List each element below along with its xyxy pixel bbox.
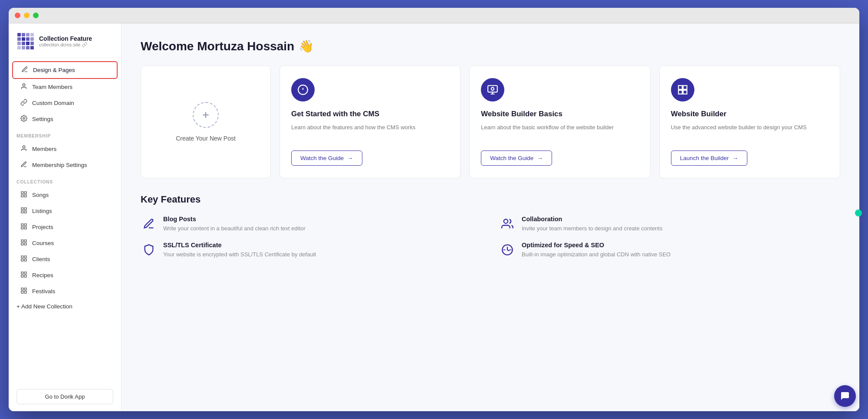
feature-blog-posts: Blog Posts Write your content in a beaut… bbox=[141, 216, 482, 233]
sidebar: Collection Feature collection.dcms.site … bbox=[9, 23, 122, 411]
arrow-icon: → bbox=[347, 155, 353, 161]
sidebar-item-festivals[interactable]: Festivals bbox=[12, 283, 118, 299]
svg-rect-3 bbox=[30, 33, 34, 36]
svg-rect-0 bbox=[17, 33, 21, 36]
link-icon bbox=[82, 42, 87, 47]
wave-emoji: 👋 bbox=[299, 39, 314, 53]
features-grid: Blog Posts Write your content in a beaut… bbox=[141, 216, 840, 259]
svg-rect-15 bbox=[30, 46, 34, 49]
sidebar-item-design-pages[interactable]: Design & Pages bbox=[12, 61, 118, 79]
builder-basics-title: Website Builder Basics bbox=[481, 109, 638, 119]
sidebar-item-label: Design & Pages bbox=[33, 67, 75, 73]
create-post-card[interactable]: + Create Your New Post bbox=[141, 65, 271, 178]
svg-rect-11 bbox=[30, 42, 34, 45]
svg-point-18 bbox=[23, 146, 25, 148]
site-name: Collection Feature bbox=[39, 35, 92, 42]
ssl-icon bbox=[141, 242, 157, 258]
sidebar-item-recipes[interactable]: Recipes bbox=[12, 267, 118, 283]
svg-rect-22 bbox=[24, 195, 26, 197]
cards-row: + Create Your New Post Get Started with … bbox=[141, 65, 840, 178]
sidebar-item-members[interactable]: Members bbox=[12, 141, 118, 157]
svg-rect-37 bbox=[21, 259, 23, 261]
arrow-icon: → bbox=[732, 155, 738, 161]
svg-rect-12 bbox=[17, 46, 21, 49]
sidebar-item-custom-domain[interactable]: Custom Domain bbox=[12, 95, 118, 111]
sidebar-item-clients[interactable]: Clients bbox=[12, 251, 118, 267]
svg-rect-52 bbox=[678, 85, 682, 89]
add-new-collection[interactable]: + Add New Collection bbox=[9, 299, 121, 314]
key-features-section: Key Features Blog Posts Write your con bbox=[141, 194, 840, 259]
launch-builder-button[interactable]: Launch the Builder → bbox=[671, 151, 747, 166]
watch-guide-button-1[interactable]: Watch the Guide → bbox=[291, 151, 362, 166]
app-window: Collection Feature collection.dcms.site … bbox=[9, 8, 859, 411]
svg-rect-26 bbox=[24, 211, 26, 213]
speed-seo-icon bbox=[499, 242, 516, 258]
svg-rect-28 bbox=[24, 224, 26, 226]
get-started-cms-card: Get Started with the CMS Learn about the… bbox=[279, 65, 460, 178]
svg-rect-53 bbox=[683, 85, 687, 89]
svg-rect-25 bbox=[21, 211, 23, 213]
svg-rect-30 bbox=[24, 227, 26, 229]
svg-rect-27 bbox=[21, 224, 23, 226]
go-to-dorik-button[interactable]: Go to Dorik App bbox=[16, 389, 113, 404]
feature-speed-seo: Optimized for Speed & SEO Built-in image… bbox=[499, 242, 840, 259]
chat-bubble-button[interactable] bbox=[834, 385, 856, 407]
sidebar-item-label: Projects bbox=[32, 224, 53, 230]
sidebar-item-courses[interactable]: Courses bbox=[12, 235, 118, 251]
svg-rect-21 bbox=[21, 195, 23, 197]
chat-icon bbox=[840, 391, 850, 401]
membership-section-label: MEMBERSHIP bbox=[9, 127, 121, 141]
svg-rect-54 bbox=[678, 90, 682, 94]
cms-card-title: Get Started with the CMS bbox=[291, 109, 449, 119]
svg-rect-31 bbox=[21, 240, 23, 242]
website-builder-icon-circle bbox=[671, 78, 694, 101]
sidebar-item-label: Courses bbox=[32, 240, 54, 246]
website-builder-card: Website Builder Use the advanced website… bbox=[659, 65, 840, 178]
edit-icon bbox=[20, 161, 28, 169]
link-icon bbox=[20, 99, 28, 107]
logo-icon bbox=[16, 32, 35, 50]
sidebar-item-listings[interactable]: Listings bbox=[12, 203, 118, 219]
builder-basics-icon-circle bbox=[481, 78, 504, 101]
sidebar-item-label: Custom Domain bbox=[32, 100, 74, 106]
svg-rect-55 bbox=[683, 90, 687, 94]
minimize-button[interactable] bbox=[24, 13, 30, 18]
user-icon bbox=[20, 83, 28, 91]
grid-icon bbox=[20, 255, 28, 263]
svg-point-51 bbox=[491, 88, 494, 91]
info-icon bbox=[297, 84, 309, 95]
ssl-text: SSL/TLS Certificate Your website is encr… bbox=[163, 242, 316, 259]
svg-rect-23 bbox=[21, 208, 23, 210]
svg-point-56 bbox=[504, 219, 508, 223]
maximize-button[interactable] bbox=[33, 13, 39, 18]
svg-rect-9 bbox=[22, 42, 25, 45]
welcome-heading: Welcome Mortuza Hossain 👋 bbox=[141, 39, 840, 53]
svg-rect-34 bbox=[24, 243, 26, 245]
titlebar bbox=[9, 8, 859, 23]
blog-posts-icon bbox=[141, 216, 157, 232]
sidebar-item-label: Team Members bbox=[32, 84, 72, 90]
svg-rect-20 bbox=[24, 192, 26, 194]
collaboration-icon bbox=[499, 216, 516, 232]
monitor-icon bbox=[487, 84, 498, 95]
svg-rect-38 bbox=[24, 259, 26, 261]
sidebar-item-settings[interactable]: Settings bbox=[12, 111, 118, 127]
arrow-icon: → bbox=[537, 155, 543, 161]
sidebar-item-songs[interactable]: Songs bbox=[12, 187, 118, 203]
blog-posts-text: Blog Posts Write your content in a beaut… bbox=[163, 216, 306, 233]
sidebar-item-projects[interactable]: Projects bbox=[12, 219, 118, 235]
create-plus-icon: + bbox=[193, 102, 219, 128]
sidebar-item-team-members[interactable]: Team Members bbox=[12, 79, 118, 95]
svg-rect-4 bbox=[17, 37, 21, 41]
close-button[interactable] bbox=[15, 13, 20, 18]
pencil-icon bbox=[21, 66, 29, 74]
svg-point-16 bbox=[23, 84, 25, 86]
sidebar-item-membership-settings[interactable]: Membership Settings bbox=[12, 157, 118, 173]
watch-guide-button-2[interactable]: Watch the Guide → bbox=[481, 151, 552, 166]
website-builder-title: Website Builder bbox=[671, 109, 829, 119]
svg-rect-40 bbox=[24, 272, 26, 274]
svg-rect-5 bbox=[22, 37, 25, 41]
builder-basics-desc: Learn about the basic workflow of the we… bbox=[481, 123, 638, 142]
svg-rect-8 bbox=[17, 42, 21, 45]
app-body: Collection Feature collection.dcms.site … bbox=[9, 23, 859, 411]
